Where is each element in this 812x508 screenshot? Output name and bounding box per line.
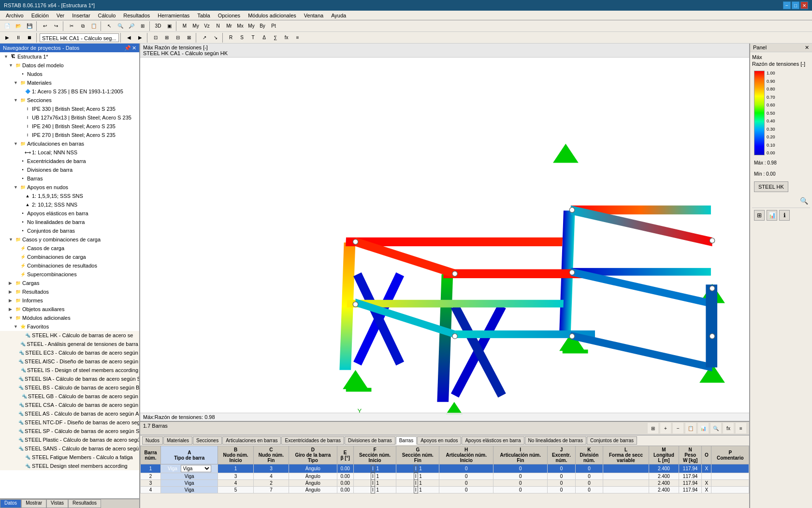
tree-secc-1[interactable]: I IPE 330 | British Steel; Acero S 235 <box>0 105 139 113</box>
tree-resultados[interactable]: ▶ 📁 Resultados <box>0 287 139 296</box>
tree-mod-steel[interactable]: 🔩 STEEL - Análisis general de tensiones … <box>0 340 139 348</box>
tree-mod-fatigue[interactable]: 🔩 STEEL Fatigue Members - Cálculo a fati… <box>0 453 139 462</box>
tree-secc-4[interactable]: I IPE 270 | British Steel; Acero S 235 <box>0 131 139 139</box>
tree-objetos[interactable]: ▶ 📁 Objetos auxiliares <box>0 305 139 314</box>
nav-datos-tab[interactable]: Datos <box>0 499 21 508</box>
tb2-display1[interactable]: ⊡ <box>150 32 161 43</box>
tb2-view1[interactable]: ↗ <box>199 32 210 43</box>
tab-apoyos-elasticos[interactable]: Apoyos elásticos en barra <box>462 436 524 445</box>
nav-mostrar-tab[interactable]: Mostrar <box>21 499 46 508</box>
tb-more8[interactable]: By <box>257 21 268 31</box>
tb-more3[interactable]: Vz <box>202 21 212 31</box>
tree-informes[interactable]: ▶ 📁 Informes <box>0 296 139 305</box>
tb-cut[interactable]: ✂ <box>66 21 77 31</box>
tb-3d[interactable]: 3D <box>153 21 163 31</box>
tree-mod-design[interactable]: 🔩 STEEL Design steel members according <box>0 462 139 470</box>
tree-comb-carga[interactable]: ⚡ Combinaciones de carga <box>0 253 139 261</box>
tree-secc-3[interactable]: I IPE 240 | British Steel; Acero S 235 <box>0 122 139 131</box>
menu-resultados[interactable]: Resultados <box>119 12 154 19</box>
tree-mod-gb[interactable]: 🔩 STEEL GB - Cálculo de barras de acero … <box>0 392 139 401</box>
tb2-display4[interactable]: ⊠ <box>184 32 194 43</box>
table-row[interactable]: 4 Viga 5 7 Ángulo 0.00 I 1 I 1 0 0 0 0 <box>141 487 749 493</box>
tb-render[interactable]: ▣ <box>164 21 174 31</box>
table-row[interactable]: 1 Viga Viga Columna Diagonal 1 3 <box>141 464 749 473</box>
table-filter[interactable]: 🔍 <box>710 423 721 433</box>
nav-resultados-tab[interactable]: Resultados <box>68 499 101 508</box>
menu-insertar[interactable]: Insertar <box>68 12 94 19</box>
tb-undo[interactable]: ↩ <box>40 21 50 31</box>
tab-excentricidades[interactable]: Excentricidades de barras <box>281 436 344 445</box>
tab-conjuntos[interactable]: Conjuntos de barras <box>587 436 637 445</box>
tb2-more1[interactable]: R <box>226 32 236 43</box>
tab-apoyos-nudos[interactable]: Apoyos en nudos <box>417 436 461 445</box>
tree-apoyos-nudos[interactable]: ▼ 📁 Apoyos en nudos <box>0 183 139 192</box>
menu-modulos[interactable]: Módulos adicionales <box>244 12 300 19</box>
tree-casos-combinaciones[interactable]: ▼ 📁 Casos y combinaciones de carga <box>0 235 139 244</box>
tree-mod-bs[interactable]: 🔩 STEEL BS - Cálculo de barras de acero … <box>0 383 139 392</box>
tb-more7[interactable]: My <box>246 21 257 31</box>
table-tb5[interactable]: 📊 <box>698 423 709 433</box>
tb2-view2[interactable]: ↘ <box>210 32 221 43</box>
tree-mod-sp[interactable]: 🔩 STEEL SP - Cálculo de barras de acero … <box>0 427 139 435</box>
nav-vistas-tab[interactable]: Vistas <box>46 499 68 508</box>
tb-more1[interactable]: M <box>179 21 190 31</box>
tree-favoritos[interactable]: ▼ ⭐ Favoritos <box>0 322 139 331</box>
tb2-b2[interactable]: ⏸ <box>13 32 24 43</box>
tree-mod-ec3[interactable]: 🔩 STEEL EC3 - Cálculo de barras de acero… <box>0 348 139 357</box>
tree-mod-sans[interactable]: 🔩 STEEL SANS - Cálculo de barras de acer… <box>0 444 139 453</box>
maximize-button[interactable]: □ <box>792 1 799 9</box>
tb-zoom-out[interactable]: 🔎 <box>126 21 137 31</box>
menu-ayuda[interactable]: Ayuda <box>327 12 350 19</box>
root-expand[interactable]: ▼ <box>4 54 10 59</box>
tree-modulos[interactable]: ▼ 📁 Módulos adicionales <box>0 314 139 322</box>
tree-supercomb[interactable]: ⚡ Supercombinaciones <box>0 270 139 279</box>
tree-mod-is[interactable]: 🔩 STEEL IS - Design of steel members acc… <box>0 366 139 374</box>
table-tb1[interactable]: ⊞ <box>648 423 658 433</box>
tree-mod-ntcdf[interactable]: 🔩 STEEL NTC-DF - Diseño de barras de ace… <box>0 418 139 427</box>
menu-calculo[interactable]: Cálculo <box>94 12 120 19</box>
tb-fit[interactable]: ⊞ <box>137 21 148 31</box>
tree-conjuntos[interactable]: • Conjuntos de barras <box>0 226 139 235</box>
table-tb2[interactable]: + <box>660 423 671 433</box>
tb2-more3[interactable]: T <box>248 32 259 43</box>
tree-apoyo-1[interactable]: ▲ 1: 1,5,9,15; SSS SNS <box>0 192 139 200</box>
tb2-more7[interactable]: ≡ <box>292 32 303 43</box>
tab-divisiones[interactable]: Divisiones de barras <box>345 436 395 445</box>
panel-icon-info[interactable]: ℹ <box>779 210 790 221</box>
tree-excentricidades[interactable]: • Excentricidades de barra <box>0 157 139 165</box>
zoom-icon[interactable]: 🔍 <box>800 197 808 205</box>
panel-icon-chart[interactable]: 📊 <box>767 210 777 221</box>
tb-more9[interactable]: Pt <box>268 21 279 31</box>
tree-nolinealidades[interactable]: • No linealidades de barra <box>0 218 139 226</box>
menu-ventana[interactable]: Ventana <box>300 12 327 19</box>
tree-mod-csa[interactable]: 🔩 STEEL CSA - Cálculo de barras de acero… <box>0 401 139 409</box>
menu-ver[interactable]: Ver <box>53 12 69 19</box>
tb2-more2[interactable]: S <box>237 32 247 43</box>
tree-barras[interactable]: • Barras <box>0 174 139 183</box>
table-tb4[interactable]: 📋 <box>685 423 696 433</box>
tb-more4[interactable]: N <box>213 21 223 31</box>
tree-cargas[interactable]: ▶ 📁 Cargas <box>0 279 139 287</box>
tb2-more5[interactable]: ∑ <box>270 32 281 43</box>
tb2-more6[interactable]: fx <box>281 32 292 43</box>
tree-apoyos-elasticos[interactable]: • Apoyos elásticos en barra <box>0 209 139 218</box>
tb-redo[interactable]: ↪ <box>51 21 61 31</box>
panel-icon-table[interactable]: ⊞ <box>754 210 765 221</box>
steel-hk-button[interactable]: STEEL HK <box>754 181 788 192</box>
tree-casos-carga[interactable]: ⚡ Casos de carga <box>0 244 139 253</box>
tree-comb-resultados[interactable]: ⚡ Combinaciones de resultados <box>0 261 139 270</box>
tree-secciones[interactable]: ▼ 📁 Secciones <box>0 96 139 105</box>
tb-more6[interactable]: Mx <box>235 21 246 31</box>
menu-tabla[interactable]: Tabla <box>193 12 214 19</box>
minimize-button[interactable]: − <box>783 1 791 9</box>
tb2-prev[interactable]: ◀ <box>124 32 134 43</box>
tree-mod-plastic[interactable]: 🔩 STEEL Plastic - Cálculo de barras de a… <box>0 435 139 444</box>
tb-zoom-in[interactable]: 🔍 <box>115 21 126 31</box>
tb-open[interactable]: 📂 <box>13 21 24 31</box>
tb-paste[interactable]: 📋 <box>88 21 99 31</box>
menu-edicion[interactable]: Edición <box>28 12 53 19</box>
tree-nudos[interactable]: • Nudos <box>0 70 139 78</box>
tb-more5[interactable]: Mr <box>224 21 234 31</box>
tree-divisiones[interactable]: • Divisiones de barra <box>0 165 139 174</box>
tree-mod-steelhk[interactable]: 🔩 STEEL HK - Cálculo de barras de acero … <box>0 331 139 340</box>
